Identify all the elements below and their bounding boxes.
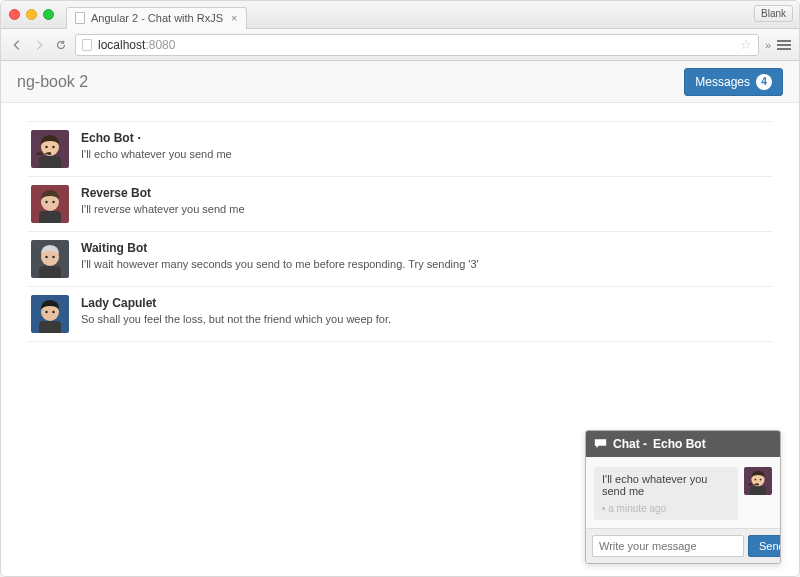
thread-row[interactable]: Waiting BotI'll wait however many second…: [27, 232, 773, 287]
close-tab-icon[interactable]: ×: [231, 12, 237, 24]
traffic-lights: [9, 9, 54, 20]
svg-point-8: [45, 201, 47, 203]
svg-point-13: [45, 256, 47, 258]
unread-dot-icon: •: [138, 134, 141, 142]
svg-point-14: [52, 256, 54, 258]
back-button[interactable]: [9, 37, 25, 53]
thread-preview: I'll wait however many seconds you send …: [81, 257, 479, 272]
page-icon: [82, 39, 92, 51]
chat-header-prefix: Chat -: [613, 437, 647, 451]
chat-header-name: Echo Bot: [653, 437, 706, 451]
svg-point-9: [52, 201, 54, 203]
chat-message-row: I'll echo whatever you send me • a minut…: [594, 467, 772, 520]
thread-avatar: [31, 295, 69, 333]
url-host: localhost: [98, 38, 145, 52]
thread-avatar: [31, 130, 69, 168]
thread-row[interactable]: Echo Bot •I'll echo whatever you send me: [27, 121, 773, 177]
svg-rect-16: [39, 321, 61, 333]
reload-button[interactable]: [53, 37, 69, 53]
chat-message-bubble: I'll echo whatever you send me • a minut…: [594, 467, 738, 520]
tab-title: Angular 2 - Chat with RxJS: [91, 12, 223, 24]
chat-message-text: I'll echo whatever you send me: [602, 473, 730, 497]
messages-badge: 4: [756, 74, 772, 90]
thread-name: Echo Bot •: [81, 131, 232, 145]
svg-rect-1: [39, 156, 61, 168]
chat-input[interactable]: [592, 535, 744, 557]
minimize-window-button[interactable]: [26, 9, 37, 20]
browser-tab[interactable]: Angular 2 - Chat with RxJS ×: [66, 7, 247, 29]
thread-body: Echo Bot •I'll echo whatever you send me: [81, 130, 232, 162]
thread-preview: I'll echo whatever you send me: [81, 147, 232, 162]
forward-button[interactable]: [31, 37, 47, 53]
blank-button[interactable]: Blank: [754, 5, 793, 22]
hamburger-menu-icon[interactable]: [777, 40, 791, 50]
thread-row[interactable]: Reverse BotI'll reverse whatever you sen…: [27, 177, 773, 232]
thread-body: Waiting BotI'll wait however many second…: [81, 240, 479, 272]
svg-point-23: [755, 479, 757, 481]
svg-rect-11: [39, 266, 61, 278]
svg-rect-21: [750, 486, 766, 495]
maximize-window-button[interactable]: [43, 9, 54, 20]
thread-avatar: [31, 185, 69, 223]
svg-point-24: [760, 479, 762, 481]
brand-title: ng-book 2: [17, 73, 88, 91]
messages-button-label: Messages: [695, 75, 750, 89]
svg-point-3: [45, 146, 47, 148]
document-icon: [75, 12, 85, 24]
svg-point-18: [45, 311, 47, 313]
browser-window: Angular 2 - Chat with RxJS × Blank local…: [0, 0, 800, 577]
send-button[interactable]: Send: [748, 535, 781, 557]
thread-preview: So shall you feel the loss, but not the …: [81, 312, 391, 327]
chat-header[interactable]: Chat - Echo Bot: [586, 431, 780, 457]
close-window-button[interactable]: [9, 9, 20, 20]
svg-point-19: [52, 311, 54, 313]
chat-message-timestamp: • a minute ago: [602, 503, 730, 514]
overflow-icon[interactable]: »: [765, 39, 771, 51]
thread-avatar: [31, 240, 69, 278]
thread-row[interactable]: Lady CapuletSo shall you feel the loss, …: [27, 287, 773, 342]
thread-name: Reverse Bot: [81, 186, 245, 200]
chat-message-avatar: [744, 467, 772, 495]
thread-body: Reverse BotI'll reverse whatever you sen…: [81, 185, 245, 217]
titlebar: Angular 2 - Chat with RxJS × Blank: [1, 1, 799, 29]
toolbar-right: »: [765, 39, 791, 51]
svg-rect-6: [39, 211, 61, 223]
thread-name: Waiting Bot: [81, 241, 479, 255]
thread-name: Lady Capulet: [81, 296, 391, 310]
thread-body: Lady CapuletSo shall you feel the loss, …: [81, 295, 391, 327]
url-path: :8080: [145, 38, 175, 52]
chat-footer: Send: [586, 528, 780, 563]
page: ng-book 2 Messages 4 Echo Bot •I'll echo…: [1, 61, 799, 577]
address-bar[interactable]: localhost:8080 ☆: [75, 34, 759, 56]
thread-preview: I'll reverse whatever you send me: [81, 202, 245, 217]
chat-body: I'll echo whatever you send me • a minut…: [586, 457, 780, 528]
speech-bubble-icon: [594, 438, 607, 450]
bookmark-icon[interactable]: ☆: [740, 37, 752, 52]
app-navbar: ng-book 2 Messages 4: [1, 61, 799, 103]
browser-toolbar: localhost:8080 ☆ »: [1, 29, 799, 61]
thread-list: Echo Bot •I'll echo whatever you send me…: [1, 103, 799, 342]
messages-button[interactable]: Messages 4: [684, 68, 783, 96]
svg-point-4: [52, 146, 54, 148]
chat-widget: Chat - Echo Bot I'll echo whatever you s…: [585, 430, 781, 564]
